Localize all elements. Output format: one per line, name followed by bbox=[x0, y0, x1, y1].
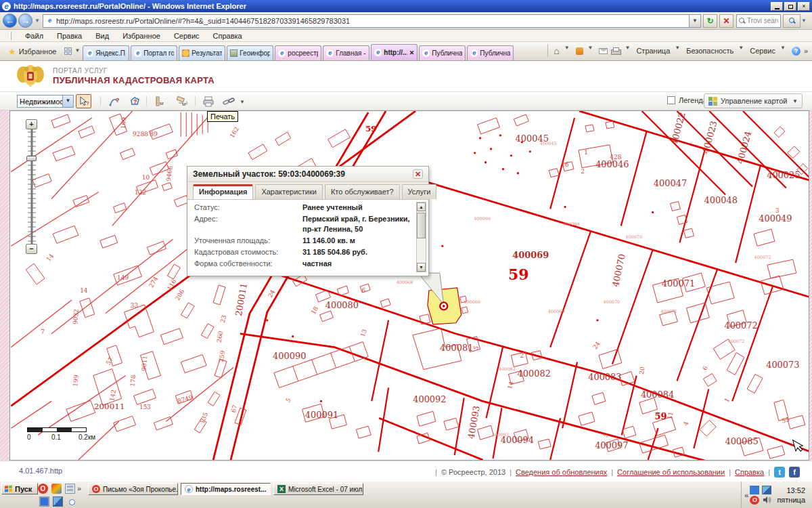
url-dropdown-button[interactable]: ▼ bbox=[690, 14, 701, 28]
legend-toggle[interactable]: Легенда bbox=[667, 96, 707, 104]
link-tool-dropdown-icon[interactable]: ▼ bbox=[240, 99, 245, 105]
overflow-chevron-icon[interactable]: » bbox=[804, 47, 808, 55]
tab-geoinfo[interactable]: Геоинфор... bbox=[227, 45, 273, 60]
menu-favorites[interactable]: Избранное bbox=[116, 31, 167, 41]
security-menu[interactable]: Безопасность bbox=[686, 47, 734, 55]
ruler-length-tool-button[interactable]: м bbox=[152, 94, 167, 108]
popup-close-button[interactable]: ✕ bbox=[413, 169, 423, 179]
status-tray-icon[interactable] bbox=[762, 486, 771, 494]
ruler-area-tool-button[interactable]: м² bbox=[175, 94, 190, 108]
help-icon[interactable]: ? bbox=[792, 47, 800, 56]
favorites-button[interactable]: ★ Избранное bbox=[4, 44, 60, 59]
svg-text:м²: м² bbox=[182, 101, 188, 107]
opera-quicklaunch-icon[interactable]: O bbox=[38, 484, 48, 494]
menu-file[interactable]: Файл bbox=[18, 31, 50, 41]
rss-icon[interactable] bbox=[576, 47, 583, 55]
refresh-button[interactable]: ↻ bbox=[703, 14, 717, 28]
agreement-link[interactable]: Соглашение об использовании bbox=[617, 468, 725, 476]
map-label: 14 bbox=[80, 287, 88, 294]
tab-glavnaya[interactable]: e Главная - ... bbox=[323, 45, 369, 60]
tray-expand-icon[interactable]: « bbox=[744, 491, 748, 499]
volume-tray-icon[interactable] bbox=[762, 496, 771, 505]
taskbar-button-ie[interactable]: e http://maps.rosreest... bbox=[181, 483, 271, 495]
url-text[interactable]: http://maps.rosreestr.ru/PortalOnline/#?… bbox=[56, 17, 350, 25]
opera-tray-icon[interactable]: O bbox=[750, 496, 759, 505]
tab-active-maps[interactable]: e http://... ✕ bbox=[371, 44, 418, 60]
menu-edit[interactable]: Правка bbox=[50, 31, 89, 41]
search-options-icon[interactable]: ▼ bbox=[801, 18, 807, 24]
popup-tab-service[interactable]: Кто обслуживает? bbox=[325, 184, 400, 199]
legend-checkbox[interactable] bbox=[667, 96, 675, 104]
scroll-up-icon[interactable]: ▲ bbox=[417, 203, 426, 211]
cadastral-map[interactable]: 4000454000464000474000484000494000254000… bbox=[9, 110, 809, 461]
link-tool-button[interactable] bbox=[221, 94, 236, 108]
map-control-button[interactable]: Управление картой ▼ bbox=[704, 93, 803, 108]
tab-publichnaya-1[interactable]: e Публична... bbox=[419, 45, 466, 60]
identify-tool-button[interactable]: ? bbox=[76, 94, 91, 108]
history-dropdown-icon[interactable]: ▼ bbox=[35, 18, 40, 24]
version-link[interactable]: 4.01.467.http bbox=[19, 467, 62, 475]
zoom-slider-thumb[interactable] bbox=[26, 156, 37, 161]
start-button[interactable]: Пуск bbox=[1, 483, 38, 494]
taskbar-button-mail[interactable]: O Письмо «Зоя Прокопье... bbox=[88, 483, 178, 495]
network-tray-icon[interactable] bbox=[750, 486, 759, 494]
url-field[interactable]: e http://maps.rosreestr.ru/PortalOnline/… bbox=[43, 14, 690, 28]
menu-help[interactable]: Справка bbox=[206, 31, 249, 41]
tools-menu[interactable]: Сервис bbox=[750, 47, 775, 55]
zoom-out-button[interactable]: − bbox=[26, 244, 37, 254]
scroll-down-icon[interactable]: ▼ bbox=[417, 263, 426, 272]
calculator-quicklaunch-icon[interactable] bbox=[65, 484, 75, 494]
map-label: 400080 bbox=[325, 300, 359, 310]
field-row: Адрес: Пермский край, г. Березники, пр-к… bbox=[194, 214, 413, 234]
popup-tab-info[interactable]: Информация bbox=[193, 184, 253, 199]
mouse-cursor-icon bbox=[793, 438, 804, 452]
forward-button[interactable]: → bbox=[18, 14, 32, 28]
print-tool-button[interactable] bbox=[200, 94, 216, 108]
popup-scrollbar[interactable]: ▲ ▼ bbox=[416, 202, 426, 272]
tab-yandex[interactable]: e Яндекс.П... bbox=[83, 45, 129, 60]
measure-line-tool-button[interactable]: ? bbox=[107, 94, 122, 108]
minimize-button[interactable] bbox=[771, 2, 783, 11]
zoom-slider[interactable]: + − bbox=[24, 119, 39, 256]
map-label: 400069 bbox=[548, 309, 565, 314]
popup-tab-uslugi[interactable]: Услуги bbox=[402, 184, 437, 199]
close-button[interactable]: × bbox=[798, 2, 810, 11]
tab-results[interactable]: Результат... bbox=[179, 45, 225, 60]
taskbar-clock[interactable]: 13:52 пятница bbox=[777, 486, 811, 505]
display-quicklaunch-icon[interactable] bbox=[39, 496, 49, 507]
search-go-button[interactable] bbox=[783, 14, 800, 28]
home-icon[interactable]: ⌂ bbox=[554, 45, 559, 56]
back-button[interactable]: ← bbox=[3, 14, 17, 28]
network-quicklaunch-icon[interactable] bbox=[53, 496, 63, 507]
tab-publichnaya-2[interactable]: e Публична... bbox=[467, 45, 514, 60]
help-link[interactable]: Справка bbox=[735, 468, 764, 476]
page-menu[interactable]: Страница bbox=[636, 47, 670, 55]
tab-portal[interactable]: e Портал го... bbox=[131, 45, 177, 60]
map-toolbar: Недвижимость ▼ ? ? ? bbox=[0, 91, 812, 110]
quicklaunch-overflow-icon[interactable]: » bbox=[77, 484, 81, 492]
stop-button[interactable]: ✕ bbox=[719, 14, 734, 28]
menu-tools[interactable]: Сервис bbox=[167, 31, 206, 41]
twitter-icon[interactable]: t bbox=[774, 467, 785, 478]
map-label: 142 bbox=[108, 389, 117, 402]
app-quicklaunch-icon[interactable] bbox=[51, 484, 62, 494]
facebook-icon[interactable]: f bbox=[789, 467, 800, 478]
menu-view[interactable]: Вид bbox=[89, 31, 116, 41]
mail-icon[interactable] bbox=[599, 48, 608, 54]
layer-select[interactable]: Недвижимость ▼ bbox=[17, 95, 74, 108]
restore-button[interactable] bbox=[784, 2, 796, 11]
search-input[interactable]: Trovi search bbox=[736, 14, 781, 28]
tab-list-dropdown-icon[interactable]: ▼ bbox=[74, 47, 80, 54]
popup-tab-characteristics[interactable]: Характеристики bbox=[255, 184, 323, 199]
print-icon[interactable] bbox=[611, 47, 620, 54]
select-arrow-icon[interactable]: ▼ bbox=[62, 96, 73, 107]
taskbar-button-excel[interactable]: X Microsoft Excel - 07 июл... bbox=[273, 483, 363, 495]
zoom-in-button[interactable]: + bbox=[26, 119, 37, 129]
tab-close-icon[interactable]: ✕ bbox=[409, 49, 415, 56]
tab-rosreestr[interactable]: e росреестр... bbox=[275, 45, 321, 60]
updates-link[interactable]: Сведения об обновлениях bbox=[516, 468, 607, 476]
measure-area-tool-button[interactable]: ? bbox=[127, 94, 143, 108]
quick-tabs-icon[interactable] bbox=[64, 47, 72, 55]
zoom-slider-track[interactable] bbox=[24, 129, 39, 245]
scroll-thumb[interactable] bbox=[417, 213, 426, 238]
